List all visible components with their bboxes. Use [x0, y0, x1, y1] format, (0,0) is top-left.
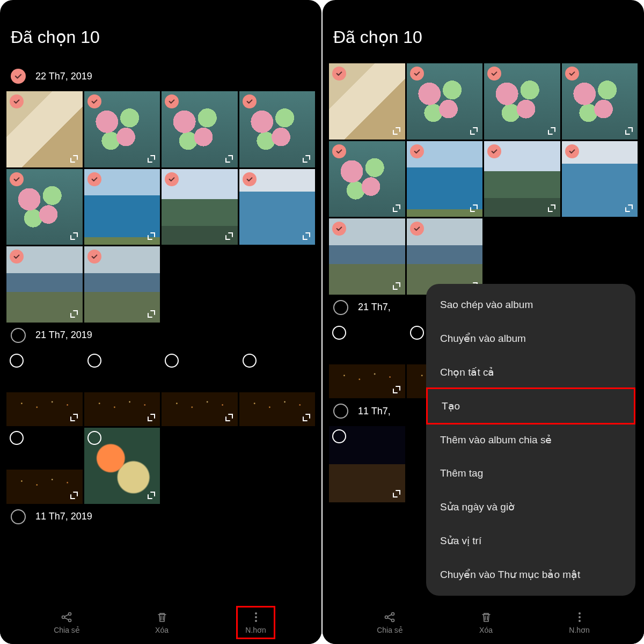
date-header[interactable]: 22 Th7, 2019 — [0, 63, 321, 91]
photo-thumbnail[interactable] — [84, 350, 160, 427]
menu-item[interactable]: Tạo — [426, 387, 635, 425]
photo-thumbnail[interactable] — [407, 141, 483, 217]
photo-thumbnail[interactable] — [84, 91, 160, 167]
expand-icon[interactable] — [546, 126, 557, 136]
photo-thumbnail[interactable] — [6, 350, 83, 427]
selected-check-icon[interactable] — [410, 67, 424, 80]
selected-check-icon[interactable] — [243, 172, 257, 186]
selected-check-icon[interactable] — [87, 172, 101, 186]
expand-icon[interactable] — [624, 126, 634, 136]
expand-icon[interactable] — [391, 281, 402, 291]
select-circle[interactable] — [10, 431, 24, 445]
photo-thumbnail[interactable] — [162, 91, 238, 167]
date-header[interactable]: 11 Th7, 2019 — [0, 504, 321, 532]
photo-thumbnail[interactable] — [239, 169, 316, 245]
selected-check-icon[interactable] — [243, 94, 257, 108]
share-button[interactable]: Chia sẻ — [369, 608, 411, 638]
select-circle[interactable] — [243, 354, 257, 368]
expand-icon[interactable] — [391, 126, 402, 136]
selected-check-icon[interactable] — [10, 172, 24, 186]
select-circle[interactable] — [87, 431, 101, 445]
expand-icon[interactable] — [301, 153, 312, 164]
expand-icon[interactable] — [69, 490, 79, 501]
expand-icon[interactable] — [146, 412, 157, 423]
selected-check-icon[interactable] — [10, 250, 24, 264]
selected-check-icon[interactable] — [487, 67, 501, 80]
photo-thumbnail[interactable] — [329, 426, 405, 502]
expand-icon[interactable] — [624, 203, 634, 214]
selected-check-icon[interactable] — [410, 144, 424, 158]
select-circle[interactable] — [87, 354, 101, 368]
selected-check-icon[interactable] — [332, 222, 346, 236]
menu-item[interactable]: Chuyển vào Thư mục bảo mật — [426, 558, 635, 591]
expand-icon[interactable] — [391, 384, 402, 395]
date-check-icon[interactable] — [11, 69, 26, 84]
delete-button[interactable]: Xóa — [148, 608, 176, 638]
selected-check-icon[interactable] — [565, 67, 579, 80]
selected-check-icon[interactable] — [10, 94, 24, 108]
selected-check-icon[interactable] — [332, 144, 346, 158]
selected-check-icon[interactable] — [165, 172, 179, 186]
expand-icon[interactable] — [69, 153, 79, 164]
expand-icon[interactable] — [391, 203, 402, 214]
select-circle[interactable] — [165, 354, 179, 368]
menu-item[interactable]: Thêm tag — [426, 457, 635, 490]
expand-icon[interactable] — [224, 153, 235, 164]
expand-icon[interactable] — [469, 203, 479, 214]
date-select-circle[interactable] — [333, 300, 348, 315]
date-header[interactable]: 21 Th7, 2019 — [0, 323, 321, 350]
menu-item[interactable]: Sửa ngày và giờ — [426, 490, 635, 524]
expand-icon[interactable] — [301, 412, 312, 423]
expand-icon[interactable] — [469, 126, 479, 136]
expand-icon[interactable] — [224, 412, 235, 423]
photo-thumbnail[interactable] — [6, 169, 83, 245]
photo-thumbnail[interactable] — [329, 63, 405, 140]
select-circle[interactable] — [332, 326, 346, 340]
expand-icon[interactable] — [69, 412, 79, 423]
date-select-circle[interactable] — [333, 404, 348, 419]
select-circle[interactable] — [410, 326, 424, 340]
select-circle[interactable] — [10, 354, 24, 368]
expand-icon[interactable] — [301, 231, 312, 241]
expand-icon[interactable] — [69, 309, 79, 319]
photo-thumbnail[interactable] — [6, 91, 83, 167]
date-select-circle[interactable] — [11, 328, 26, 343]
menu-item[interactable]: Sao chép vào album — [426, 288, 635, 321]
select-circle[interactable] — [332, 429, 346, 443]
expand-icon[interactable] — [146, 231, 157, 241]
photo-thumbnail[interactable] — [329, 218, 405, 295]
photo-thumbnail[interactable] — [162, 169, 238, 245]
photo-thumbnail[interactable] — [484, 141, 560, 217]
photo-thumbnail[interactable] — [84, 169, 160, 245]
photo-thumbnail[interactable] — [84, 428, 160, 504]
selected-check-icon[interactable] — [410, 222, 424, 236]
selected-check-icon[interactable] — [87, 250, 101, 264]
expand-icon[interactable] — [146, 490, 157, 501]
photo-thumbnail[interactable] — [484, 63, 560, 140]
expand-icon[interactable] — [146, 309, 157, 319]
expand-icon[interactable] — [224, 231, 235, 241]
menu-item[interactable]: Sửa vị trí — [426, 524, 635, 558]
photo-thumbnail[interactable] — [239, 91, 316, 167]
selected-check-icon[interactable] — [565, 144, 579, 158]
photo-thumbnail[interactable] — [562, 63, 638, 140]
expand-icon[interactable] — [546, 203, 557, 214]
date-select-circle[interactable] — [11, 509, 26, 524]
photo-thumbnail[interactable] — [407, 63, 483, 140]
photo-thumbnail[interactable] — [162, 350, 238, 427]
menu-item[interactable]: Chọn tất cả — [426, 355, 635, 389]
more-button[interactable]: N.hơn — [236, 606, 275, 639]
selected-check-icon[interactable] — [165, 94, 179, 108]
selected-check-icon[interactable] — [87, 94, 101, 108]
delete-button[interactable]: Xóa — [472, 608, 500, 638]
photo-thumbnail[interactable] — [6, 246, 83, 323]
selected-check-icon[interactable] — [487, 144, 501, 158]
photo-thumbnail[interactable] — [329, 323, 405, 399]
photo-thumbnail[interactable] — [407, 218, 483, 295]
gallery-scroll[interactable]: 22 Th7, 201921 Th7, 201911 Th7, 2019 — [0, 63, 321, 605]
selected-check-icon[interactable] — [332, 67, 346, 80]
photo-thumbnail[interactable] — [84, 246, 160, 323]
photo-thumbnail[interactable] — [562, 141, 638, 217]
more-button[interactable]: N.hơn — [561, 608, 597, 638]
expand-icon[interactable] — [391, 488, 402, 499]
